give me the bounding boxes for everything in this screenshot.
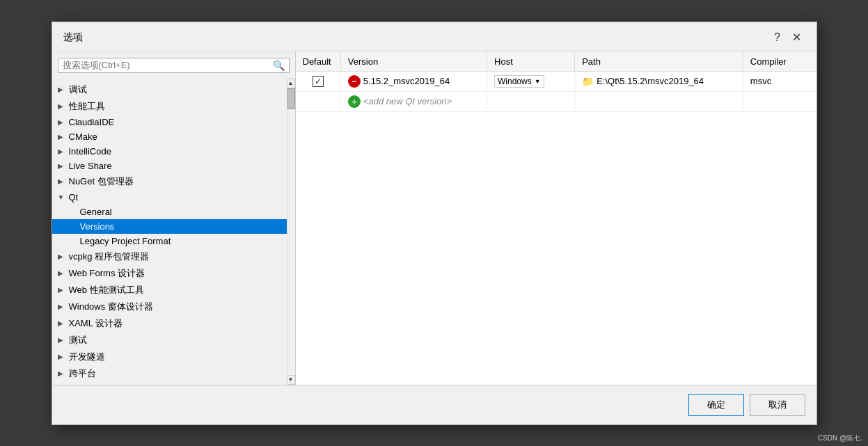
- add-version-row[interactable]: +<add new Qt version>: [296, 91, 816, 111]
- compiler-text: msvc: [743, 71, 816, 91]
- sidebar-item-label: Legacy Project Format: [80, 236, 171, 246]
- folder-icon: 📁: [582, 76, 594, 87]
- path-text: E:\Qt\5.15.2\msvc2019_64: [597, 76, 704, 86]
- arrow-icon: ▶: [58, 177, 69, 185]
- sidebar-item-label: Live Share: [69, 161, 112, 171]
- arrow-icon: ▶: [58, 303, 69, 310]
- arrow-icon: ▶: [58, 102, 69, 110]
- dialog-title: 选项: [63, 31, 83, 44]
- sidebar-item-nuget[interactable]: ▶NuGet 包管理器: [52, 173, 287, 190]
- scroll-down-button[interactable]: ▼: [287, 375, 295, 385]
- sidebar-item-label: 跨平台: [69, 367, 96, 380]
- title-bar: 选项 ? ✕: [52, 22, 816, 52]
- arrow-icon: ▶: [58, 369, 69, 377]
- scrollbar-area: ▲ ▼: [287, 79, 295, 385]
- sidebar-item-label: Windows 窗体设计器: [69, 301, 153, 313]
- arrow-icon: ▶: [58, 269, 69, 277]
- sidebar-item-label: General: [80, 207, 112, 217]
- arrow-icon: ▶: [58, 148, 69, 155]
- arrow-icon: ▶: [58, 162, 69, 170]
- add-version-icon: +: [348, 95, 361, 108]
- sidebar-item-xaml[interactable]: ▶XAML 设计器: [52, 315, 287, 332]
- sidebar-item-label: 测试: [69, 334, 87, 347]
- sidebar-item-label: 开发隧道: [69, 351, 105, 363]
- sidebar-item-qt-versions[interactable]: Versions: [52, 219, 287, 234]
- scroll-up-button[interactable]: ▲: [287, 79, 295, 88]
- col-header-version: Version: [340, 52, 487, 72]
- sidebar-item-label: Qt: [69, 192, 79, 202]
- sidebar-item-webforms[interactable]: ▶Web Forms 设计器: [52, 265, 287, 282]
- arrow-icon: ▶: [58, 286, 69, 294]
- sidebar-item-liveshare[interactable]: ▶Live Share: [52, 159, 287, 173]
- tree-scroll[interactable]: ▶调试▶性能工具▶ClaudiaIDE▶CMake▶IntelliCode▶Li…: [52, 79, 295, 385]
- col-header-default: Default: [296, 52, 341, 72]
- sidebar-item-intellicode[interactable]: ▶IntelliCode: [52, 144, 287, 159]
- host-text: Windows: [498, 77, 532, 86]
- sidebar-item-label: 调试: [69, 83, 87, 96]
- dialog-footer: 确定 取消: [52, 385, 816, 424]
- sidebar-item-label: ClaudiaIDE: [69, 117, 115, 127]
- sidebar-item-debug[interactable]: ▶调试: [52, 81, 287, 98]
- checkmark-icon: ✓: [315, 77, 322, 86]
- scroll-track[interactable]: [287, 88, 295, 375]
- sidebar-item-cmake[interactable]: ▶CMake: [52, 129, 287, 144]
- arrow-icon: ▶: [58, 319, 69, 327]
- confirm-button[interactable]: 确定: [688, 394, 744, 416]
- sidebar-item-vcpkg[interactable]: ▶vcpkg 程序包管理器: [52, 248, 287, 265]
- sidebar-item-label: 性能工具: [69, 100, 105, 113]
- arrow-icon: ▶: [58, 133, 69, 141]
- col-header-path: Path: [575, 52, 743, 72]
- version-text: 5.15.2_msvc2019_64: [363, 76, 450, 86]
- sidebar-item-webperf[interactable]: ▶Web 性能测试工具: [52, 282, 287, 298]
- sidebar-item-windesigner[interactable]: ▶Windows 窗体设计器: [52, 298, 287, 315]
- arrow-icon: ▶: [58, 118, 69, 126]
- sidebar: 🔍 ▶调试▶性能工具▶ClaudiaIDE▶CMake▶IntelliCode▶…: [52, 52, 296, 385]
- cancel-button[interactable]: 取消: [750, 394, 805, 416]
- table-row: ✓−5.15.2_msvc2019_64Windows▼📁E:\Qt\5.15.…: [296, 71, 816, 91]
- sidebar-item-label: CMake: [69, 132, 97, 142]
- arrow-icon: ▼: [58, 193, 69, 201]
- sidebar-item-qt-legacy[interactable]: Legacy Project Format: [52, 234, 287, 248]
- sidebar-item-platform[interactable]: ▶跨平台: [52, 365, 287, 382]
- sidebar-item-label: XAML 设计器: [69, 317, 123, 330]
- sidebar-item-qt-general[interactable]: General: [52, 205, 287, 219]
- sidebar-item-devpath[interactable]: ▶开发隧道: [52, 349, 287, 365]
- search-icon: 🔍: [273, 60, 285, 71]
- sidebar-item-label: Web 性能测试工具: [69, 284, 144, 296]
- options-dialog: 选项 ? ✕ 🔍 ▶调试▶性能工具▶ClaudiaIDE▶CMake▶Intel…: [52, 22, 817, 425]
- sidebar-item-label: Web Forms 设计器: [69, 267, 145, 280]
- tree: ▶调试▶性能工具▶ClaudiaIDE▶CMake▶IntelliCode▶Li…: [52, 79, 287, 385]
- arrow-icon: ▶: [58, 336, 69, 344]
- dropdown-arrow-icon: ▼: [535, 78, 541, 85]
- content-area: Default Version Host Path Compiler ✓−5.1…: [296, 52, 816, 385]
- sidebar-item-label: IntelliCode: [69, 146, 111, 157]
- sidebar-item-qt[interactable]: ▼Qt: [52, 190, 287, 205]
- search-input[interactable]: [63, 60, 273, 70]
- sidebar-item-test[interactable]: ▶测试: [52, 332, 287, 349]
- tree-wrapper: ▶调试▶性能工具▶ClaudiaIDE▶CMake▶IntelliCode▶Li…: [52, 79, 295, 385]
- search-box[interactable]: 🔍: [58, 58, 290, 73]
- arrow-icon: ▶: [58, 86, 69, 93]
- col-header-host: Host: [487, 52, 575, 72]
- dialog-body: 🔍 ▶调试▶性能工具▶ClaudiaIDE▶CMake▶IntelliCode▶…: [52, 52, 816, 385]
- add-version-text[interactable]: <add new Qt version>: [363, 96, 452, 106]
- watermark: CSDN @陈七.: [818, 433, 862, 443]
- help-button[interactable]: ?: [769, 29, 786, 46]
- sidebar-item-label: vcpkg 程序包管理器: [69, 250, 150, 263]
- col-header-compiler: Compiler: [743, 52, 816, 72]
- versions-table: Default Version Host Path Compiler ✓−5.1…: [296, 52, 816, 112]
- scroll-thumb[interactable]: [287, 88, 295, 109]
- sidebar-item-perf[interactable]: ▶性能工具: [52, 98, 287, 115]
- close-button[interactable]: ✕: [789, 29, 805, 46]
- default-checkbox[interactable]: ✓: [313, 76, 324, 87]
- sidebar-item-claudia[interactable]: ▶ClaudiaIDE: [52, 115, 287, 129]
- arrow-icon: ▶: [58, 353, 69, 360]
- title-buttons: ? ✕: [769, 29, 805, 46]
- host-dropdown[interactable]: Windows▼: [494, 75, 544, 88]
- sidebar-item-label: Versions: [80, 221, 115, 232]
- arrow-icon: ▶: [58, 253, 69, 260]
- sidebar-item-label: NuGet 包管理器: [69, 175, 134, 188]
- error-icon: −: [348, 75, 361, 88]
